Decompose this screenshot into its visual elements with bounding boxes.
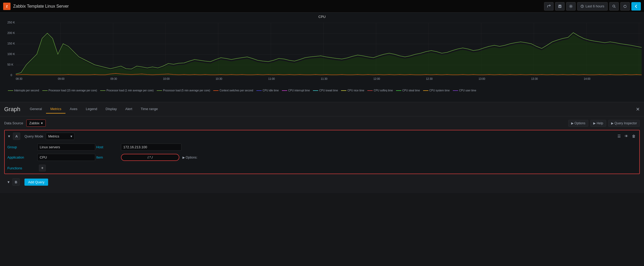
legend-label: Interrupts per second (14, 89, 39, 92)
chart-area: CPU 250 K 200 K 150 K 100 K 50 K 0 08:30… (0, 13, 644, 102)
legend-label: Processor load (15 min average per core) (49, 89, 97, 92)
legend-item: Context switches per second (213, 89, 253, 92)
svg-text:50 K: 50 K (7, 63, 13, 66)
panel-editor: Graph General Metrics Axes Legend Displa… (0, 102, 644, 193)
chart-legend: Interrupts per second Processor load (15… (0, 88, 644, 93)
legend-item: CPU system time (423, 89, 450, 92)
svg-text:12:30: 12:30 (426, 77, 433, 80)
tab-legend[interactable]: Legend (82, 105, 101, 114)
legend-label: CPU nice time (347, 89, 364, 92)
host-label: Host (96, 145, 120, 149)
svg-text:12:00: 12:00 (373, 77, 380, 80)
legend-item: CPU softirq time (367, 89, 393, 92)
svg-point-7 (613, 5, 615, 7)
time-range-button[interactable]: Last 6 hours (577, 2, 608, 11)
query-a-delete-icon[interactable]: 🗑 (631, 133, 637, 139)
legend-item: CPU idle time (256, 89, 279, 92)
legend-label: Processor load (5 min average per core) (163, 89, 210, 92)
legend-item: Processor load (15 min average per core) (42, 89, 97, 92)
save-button[interactable] (555, 2, 565, 11)
svg-text:09:30: 09:30 (110, 77, 117, 80)
query-section: Data Source Zabbix ▾ ▶ Options ▶ Help ▶ … (0, 116, 644, 193)
datasource-label: Data Source (4, 121, 23, 125)
query-a-eye-icon[interactable]: 👁 (623, 133, 629, 139)
refresh-button[interactable] (620, 2, 630, 11)
legend-label: CPU steal time (402, 89, 420, 92)
legend-item: CPU user time (453, 89, 476, 92)
help-icon: ▶ (593, 121, 596, 125)
legend-label: CPU softirq time (374, 89, 393, 92)
tab-bar: General Metrics Axes Legend Display Aler… (26, 105, 162, 114)
svg-text:150 K: 150 K (7, 42, 15, 45)
panel-title: Graph (4, 106, 20, 113)
query-inspector-button[interactable]: ▶ Query Inspector (608, 120, 640, 127)
query-inspector-icon: ▶ (611, 121, 613, 125)
query-mode-select[interactable]: Metrics Text ITSERVICE Problems (46, 133, 74, 140)
datasource-actions: ▶ Options ▶ Help ▶ Query Inspector (568, 120, 640, 127)
tab-display[interactable]: Display (102, 105, 121, 114)
legend-item: Interrupts per second (8, 89, 39, 92)
tab-time-range[interactable]: Time range (136, 105, 162, 114)
datasource-select[interactable]: Zabbix ▾ (26, 120, 46, 127)
svg-text:Z: Z (6, 5, 8, 8)
legend-label: CPU interrupt time (288, 89, 310, 92)
svg-text:0: 0 (11, 73, 12, 77)
svg-point-5 (570, 6, 571, 7)
query-a-menu-icon[interactable]: ☰ (616, 133, 622, 139)
options-icon: ▶ (571, 121, 574, 125)
search-button[interactable] (609, 2, 619, 11)
add-function-button[interactable]: + (39, 165, 46, 171)
host-value[interactable]: 172.16.213.100 (121, 144, 181, 151)
svg-text:14:00: 14:00 (584, 77, 590, 80)
tab-alert[interactable]: Alert (121, 105, 136, 114)
graph-header: Graph General Metrics Axes Legend Displa… (0, 102, 644, 116)
svg-text:200 K: 200 K (7, 31, 15, 35)
legend-item: CPU interrupt time (282, 89, 310, 92)
add-query-button[interactable]: Add Query (24, 179, 48, 186)
help-button[interactable]: ▶ Help (590, 120, 606, 127)
topbar-actions: Last 6 hours (544, 2, 641, 11)
svg-text:250 K: 250 K (7, 21, 15, 24)
functions-row: Functions + (5, 162, 639, 174)
query-mode-wrapper: Metrics Text ITSERVICE Problems ▾ (46, 133, 74, 140)
tab-axes[interactable]: Axes (65, 105, 82, 114)
options-link[interactable]: ▶ Options: (182, 156, 217, 159)
tab-general[interactable]: General (26, 105, 46, 114)
legend-label: CPU system time (429, 89, 450, 92)
collapse-a-icon[interactable]: ▼ (7, 134, 11, 138)
query-app-item-row: Application CPU Item /.*./ ▶ Options: (5, 152, 639, 162)
app-logo: Z (3, 3, 11, 10)
datasource-value: Zabbix (29, 121, 39, 125)
close-panel-button[interactable]: ✕ (636, 106, 640, 112)
tab-metrics[interactable]: Metrics (46, 105, 65, 114)
svg-text:09:00: 09:00 (58, 77, 64, 80)
query-a-actions: ☰ 👁 🗑 (616, 133, 637, 139)
share-button[interactable] (544, 2, 554, 11)
settings-button[interactable] (566, 2, 576, 11)
svg-rect-3 (559, 5, 561, 6)
query-mode-label: Query Mode (24, 134, 43, 138)
svg-text:13:30: 13:30 (531, 77, 538, 80)
legend-label: Context switches per second (220, 89, 253, 92)
datasource-dropdown-icon: ▾ (41, 121, 43, 125)
options-button[interactable]: ▶ Options (568, 120, 588, 127)
legend-item: CPU steal time (396, 89, 420, 92)
legend-item: Processor load (1 min average per core) (100, 89, 154, 92)
application-value[interactable]: CPU (37, 154, 95, 161)
datasource-row: Data Source Zabbix ▾ ▶ Options ▶ Help ▶ … (4, 120, 640, 127)
group-value[interactable]: Linux servers (37, 144, 95, 151)
query-b-label: B (12, 178, 20, 186)
topbar: Z Zabbix Template Linux Server Last 6 ho… (0, 0, 644, 13)
go-back-button[interactable] (631, 2, 641, 11)
query-b-row: ▼ B Add Query (4, 176, 640, 188)
chart-title: CPU (0, 13, 644, 19)
dashboard-title: Zabbix Template Linux Server (13, 4, 69, 9)
item-value[interactable]: /.*./ (121, 154, 179, 161)
legend-item: Processor load (5 min average per core) (157, 89, 210, 92)
group-label: Group (7, 145, 36, 149)
collapse-b-icon[interactable]: ▼ (7, 180, 10, 184)
query-group-host-row: Group Linux servers Host 172.16.213.100 (5, 142, 639, 152)
svg-text:13:00: 13:00 (479, 77, 485, 80)
legend-label: CPU idle time (263, 89, 279, 92)
svg-text:11:00: 11:00 (268, 77, 275, 80)
